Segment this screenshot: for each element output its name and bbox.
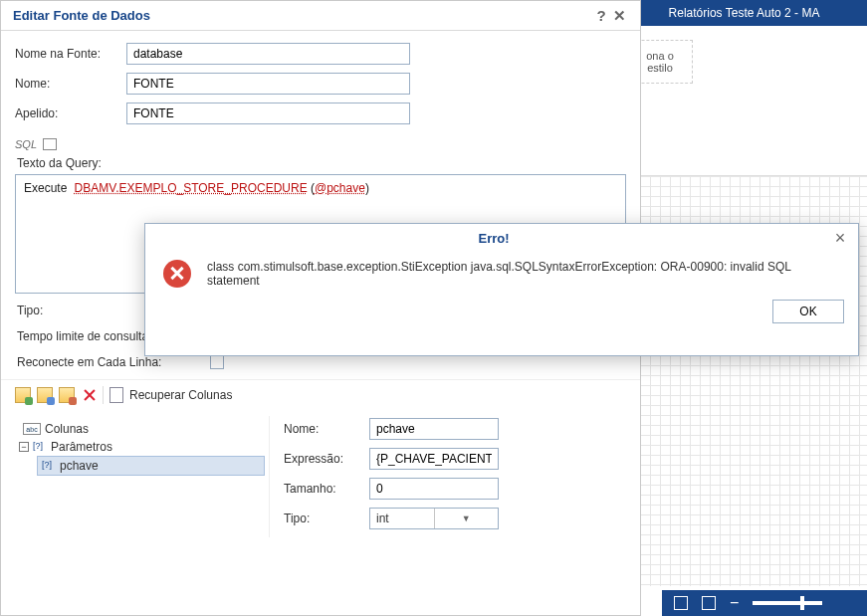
- param-properties: Nome: Expressão: Tamanho: Tipo: int ▼: [284, 416, 630, 537]
- prop-size-label: Tamanho:: [284, 482, 369, 496]
- error-dialog: Erro! × class com.stimulsoft.base.except…: [144, 223, 859, 356]
- app-title: Relatórios Teste Auto 2 - MA: [669, 6, 820, 20]
- prop-size-input[interactable]: [369, 478, 499, 500]
- label-alias: Apelido:: [15, 106, 126, 120]
- prop-expr-input[interactable]: [369, 448, 499, 470]
- zoom-slider-thumb[interactable]: [800, 596, 804, 610]
- retrieve-columns-icon[interactable]: [109, 387, 123, 403]
- error-close-icon[interactable]: ×: [832, 228, 848, 249]
- prop-expr-label: Expressão:: [284, 452, 369, 466]
- error-message: class com.stimulsoft.base.exception.StiE…: [207, 260, 840, 288]
- label-name: Nome:: [15, 77, 126, 91]
- help-icon[interactable]: ?: [592, 7, 610, 24]
- collapse-icon[interactable]: −: [19, 442, 29, 452]
- sql-header: SQL: [1, 138, 640, 150]
- columns-icon: abc: [23, 423, 41, 435]
- prop-name-input[interactable]: [369, 418, 499, 440]
- dialog-title-bar: Editar Fonte de Dados ? ✕: [1, 1, 640, 31]
- add-param-icon[interactable]: [59, 387, 75, 403]
- prop-type-label: Tipo:: [284, 512, 369, 525]
- tree-params-label: Parâmetros: [51, 440, 112, 454]
- tree-param-pchave[interactable]: [?] pchave: [37, 456, 265, 476]
- prop-type-value: int: [370, 509, 434, 528]
- toolbar-separator: [103, 386, 104, 404]
- tree-columns-label: Colunas: [45, 422, 89, 436]
- tree-columns-header[interactable]: abc Colunas: [19, 420, 265, 438]
- add-calc-column-icon[interactable]: [37, 387, 53, 403]
- sql-icon[interactable]: [43, 138, 57, 150]
- add-column-icon[interactable]: [15, 387, 31, 403]
- error-ok-button[interactable]: OK: [772, 300, 844, 323]
- zoom-slider[interactable]: [753, 601, 822, 605]
- checkbox-reconnect[interactable]: [210, 355, 224, 369]
- retrieve-columns-button[interactable]: Recuperar Colunas: [129, 388, 232, 402]
- error-title-bar: Erro! ×: [145, 224, 858, 252]
- sql-header-label: SQL: [15, 138, 37, 150]
- dialog-title: Editar Fonte de Dados: [13, 8, 150, 23]
- query-proc: DBAMV.EXEMPLO_STORE_PROCEDURE: [75, 181, 308, 195]
- query-param: @pchave: [315, 181, 365, 195]
- status-bar: −: [662, 590, 867, 616]
- query-label: Texto da Query:: [1, 156, 640, 170]
- columns-toolbar: Recuperar Colunas: [1, 379, 640, 410]
- header-form: Nome na Fonte: Nome: Apelido:: [1, 31, 640, 138]
- input-name-in-source[interactable]: [126, 43, 410, 65]
- query-open: (: [308, 181, 315, 195]
- tree-param-label: pchave: [60, 459, 99, 473]
- input-name[interactable]: [126, 73, 410, 95]
- error-icon: [163, 260, 191, 288]
- page-view2-icon[interactable]: [702, 596, 716, 610]
- error-title: Erro!: [155, 231, 832, 246]
- page-view-icon[interactable]: [674, 596, 688, 610]
- error-body: class com.stimulsoft.base.exception.StiE…: [145, 252, 858, 292]
- param-item-icon: [?]: [42, 460, 56, 472]
- params-tree[interactable]: abc Colunas − [?] Parâmetros [?] pchave: [11, 416, 270, 537]
- label-reconnect: Reconecte em Cada Linha:: [17, 355, 210, 369]
- query-keyword: Execute: [24, 181, 67, 195]
- delete-icon[interactable]: [81, 387, 97, 403]
- close-icon[interactable]: ✕: [610, 7, 628, 25]
- input-alias[interactable]: [126, 103, 410, 124]
- chevron-down-icon[interactable]: ▼: [434, 509, 499, 528]
- tree-params-header[interactable]: − [?] Parâmetros: [15, 438, 265, 456]
- columns-panel: abc Colunas − [?] Parâmetros [?] pchave …: [1, 410, 640, 547]
- params-icon: [?]: [33, 441, 47, 453]
- prop-type-select[interactable]: int ▼: [369, 508, 499, 529]
- app-title-bar: Relatórios Teste Auto 2 - MA: [621, 0, 867, 26]
- query-close: ): [365, 181, 369, 195]
- label-name-in-source: Nome na Fonte:: [15, 47, 126, 61]
- prop-name-label: Nome:: [284, 422, 369, 436]
